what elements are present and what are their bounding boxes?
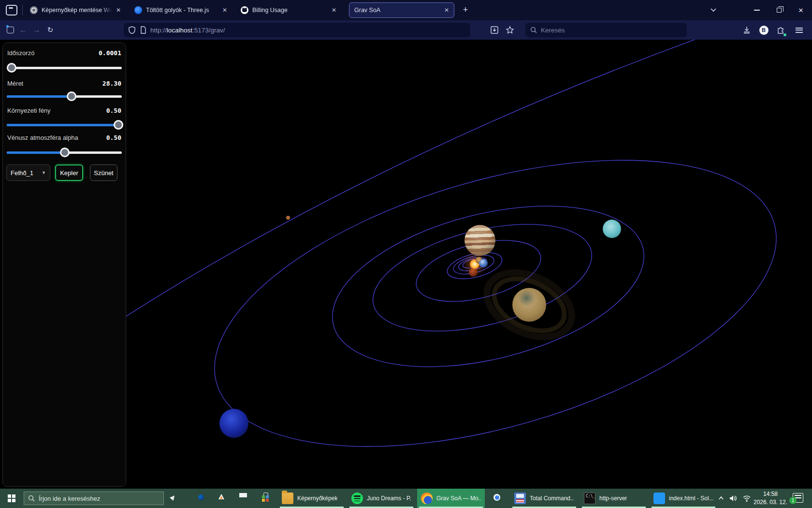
url-text: http://localhost:5173/grav/	[150, 27, 225, 34]
shield-icon[interactable]	[129, 26, 135, 34]
tab-title: Képernyőkép mentése Windows	[42, 7, 112, 14]
uranus-planet	[603, 220, 621, 238]
menu-hamburger-icon[interactable]	[792, 20, 806, 40]
slider-thumb[interactable]	[114, 120, 123, 130]
microsoft-store-icon[interactable]	[260, 492, 273, 505]
slider-label: Időszorzó	[7, 49, 34, 57]
sidebar-toggle-icon[interactable]	[4, 20, 16, 40]
taskbar-button-vscode[interactable]: index.html - Sol...	[650, 489, 717, 508]
taskbar-button-total-commander[interactable]: Total Command...	[510, 489, 578, 508]
extensions-puzzle-icon[interactable]	[773, 20, 788, 40]
list-all-tabs-chevron-icon[interactable]	[710, 6, 722, 15]
slider-label: Méret	[7, 80, 23, 87]
size-slider[interactable]	[7, 91, 122, 101]
dropdown-value: Felhő_1	[11, 169, 33, 177]
ambient-light-slider[interactable]	[7, 120, 122, 130]
simulation-control-panel: Időszorzó 0.0001 Méret 28.30 Környezeti …	[2, 43, 126, 487]
blue-dot-favicon-icon	[134, 6, 142, 14]
tab-separator	[22, 5, 23, 15]
slider-label: Vénusz atmoszféra alpha	[7, 134, 78, 141]
slider-thumb[interactable]	[67, 91, 76, 101]
bitwarden-extension-icon[interactable]: B	[756, 20, 771, 40]
kepler-button[interactable]: Kepler	[55, 164, 83, 181]
pinned-app-knot-icon[interactable]	[216, 492, 229, 505]
notification-badge: 1	[789, 497, 797, 504]
close-window-button[interactable]: ✕	[790, 0, 812, 20]
tab-close-icon[interactable]: ✕	[444, 7, 449, 14]
slider-thumb[interactable]	[7, 63, 16, 73]
slider-value: 28.30	[102, 80, 121, 87]
spiral-favicon-icon	[30, 6, 38, 14]
earth-planet	[479, 259, 488, 268]
tab-title: Grav SoA	[354, 7, 440, 14]
extension-alert-dot	[783, 33, 786, 36]
pinned-app-meter-icon[interactable]	[237, 492, 251, 505]
saturn-planet	[512, 288, 546, 322]
taskbar-search-placeholder: Írjon ide a kereséshez	[39, 495, 100, 502]
slider-value: 0.50	[106, 134, 121, 141]
time-scale-slider[interactable]	[7, 63, 122, 73]
tab-grav-soa-active[interactable]: Grav SoA ✕	[349, 2, 454, 18]
folder-icon	[282, 493, 293, 504]
taskbar-button-spotify[interactable]: Juno Dreams - P...	[348, 489, 415, 508]
search-input[interactable]: Keresés	[525, 23, 687, 37]
windows-taskbar: Írjon ide a kereséshez Képernyőképek Jun…	[0, 489, 812, 508]
tab-bar: Képernyőkép mentése Windows ✕ Töltött go…	[0, 0, 812, 20]
tray-chevron-up-icon[interactable]	[717, 489, 725, 508]
windows-logo-icon	[8, 494, 15, 502]
total-commander-icon	[514, 493, 526, 504]
slider-value: 0.0001	[99, 49, 121, 57]
jupiter-planet	[464, 225, 495, 256]
start-button[interactable]	[0, 489, 23, 508]
chrome-icon[interactable]	[491, 492, 505, 505]
new-tab-button[interactable]: +	[459, 4, 472, 16]
pause-button[interactable]: Szünet	[90, 164, 117, 181]
edge-icon[interactable]	[195, 492, 208, 505]
back-icon[interactable]: ←	[17, 20, 29, 40]
search-icon	[530, 27, 537, 33]
save-page-icon[interactable]	[487, 20, 502, 40]
tray-time: 14:58	[750, 490, 791, 498]
mars-planet	[469, 268, 478, 277]
tab-close-icon[interactable]: ✕	[332, 7, 336, 14]
action-center-icon[interactable]: 1	[793, 493, 803, 503]
taskbar-search-input[interactable]: Írjon ide a kereséshez	[24, 492, 164, 505]
venus-atmosphere-alpha-slider[interactable]	[7, 148, 122, 157]
reload-icon[interactable]: ↻	[44, 20, 56, 40]
restore-button[interactable]	[768, 0, 790, 20]
tab-close-icon[interactable]: ✕	[116, 7, 121, 14]
downloads-icon[interactable]	[740, 20, 754, 40]
tab-threejs[interactable]: Töltött golyók - Three.js ✕	[130, 2, 232, 18]
pinned-app-sphere-icon[interactable]	[167, 492, 180, 505]
clock[interactable]: 14:58 2026. 03. 12.	[750, 490, 791, 507]
cloud-select-dropdown[interactable]: Felhő_1 ▼	[6, 164, 50, 181]
minimize-button[interactable]	[746, 0, 768, 20]
speaker-icon[interactable]	[729, 489, 738, 508]
tab-screenshot[interactable]: Képernyőkép mentése Windows ✕	[25, 2, 126, 18]
taskbar-button-screenshots[interactable]: Képernyőképek	[278, 489, 346, 508]
tab-close-icon[interactable]: ✕	[222, 7, 227, 14]
firefox-view-icon[interactable]	[6, 5, 17, 15]
slider-thumb[interactable]	[60, 148, 70, 157]
tab-title: Töltött golyók - Three.js	[146, 7, 218, 14]
spotify-icon	[351, 493, 363, 504]
tab-billing[interactable]: Billing Usage ✕	[236, 2, 341, 18]
taskbar-button-http-server[interactable]: http-server	[580, 489, 648, 508]
slider-label: Környezeti fény	[7, 107, 51, 114]
tab-title: Billing Usage	[252, 7, 328, 14]
chevron-down-icon: ▼	[42, 170, 46, 175]
search-icon	[28, 495, 35, 502]
plutoid-planet	[286, 216, 290, 220]
github-favicon-icon	[241, 6, 248, 14]
forward-icon[interactable]: →	[31, 20, 43, 40]
terminal-icon	[584, 493, 595, 504]
navigation-toolbar: ← → ↻ http://localhost:5173/grav/ Keresé…	[0, 20, 812, 40]
comet-orbit-path	[116, 40, 735, 323]
search-placeholder: Keresés	[541, 27, 565, 34]
taskbar-button-firefox-active[interactable]: Grav SoA — Mo...	[417, 489, 485, 508]
vscode-icon	[653, 493, 665, 504]
url-bar[interactable]: http://localhost:5173/grav/	[124, 23, 470, 37]
bookmark-star-icon[interactable]	[503, 20, 517, 40]
tray-date: 2026. 03. 12.	[750, 498, 791, 507]
page-info-icon[interactable]	[140, 26, 146, 34]
